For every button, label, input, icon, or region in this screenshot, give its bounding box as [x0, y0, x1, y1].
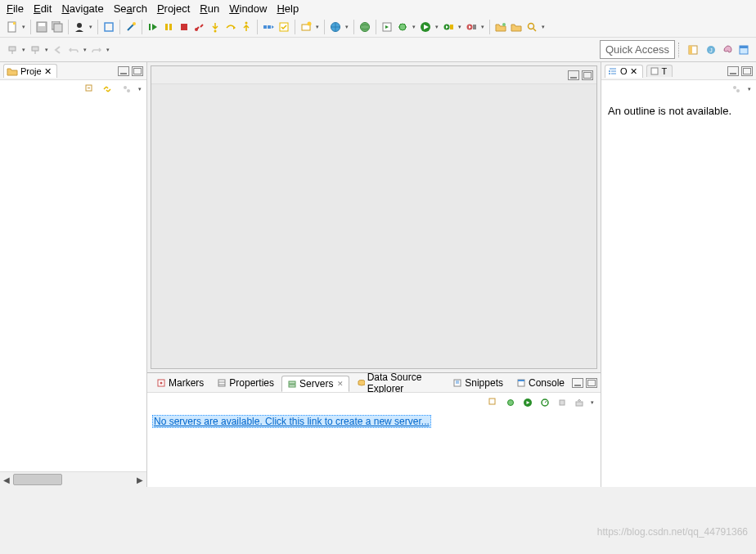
create-server-link[interactable]: No servers are available. Click this lin…: [152, 415, 431, 428]
runlast-icon[interactable]: [441, 20, 456, 34]
menu-file[interactable]: File: [7, 2, 24, 15]
window-icon[interactable]: [736, 43, 751, 57]
menu-window[interactable]: Window: [229, 2, 267, 15]
profile-server-icon[interactable]: [538, 395, 552, 410]
publish-server-icon[interactable]: [572, 395, 587, 410]
outline-maximize-button[interactable]: [741, 66, 753, 76]
menu-navigate[interactable]: Navigate: [61, 2, 103, 15]
globe-icon[interactable]: [358, 20, 372, 34]
stop-icon[interactable]: [177, 20, 191, 34]
newserver-icon[interactable]: [299, 20, 313, 34]
saveall-icon[interactable]: [50, 20, 65, 34]
disconnect-icon[interactable]: [192, 20, 207, 34]
pin-dropdown[interactable]: [20, 43, 27, 57]
runext-icon[interactable]: [464, 20, 479, 34]
runconfig-icon[interactable]: [380, 20, 394, 34]
outline-tab[interactable]: O ✕: [605, 65, 643, 78]
run-dropdown[interactable]: [434, 20, 440, 34]
tasklist-tab[interactable]: T: [646, 65, 673, 77]
menu-search[interactable]: Search: [114, 2, 147, 15]
stop-server-icon[interactable]: [555, 395, 569, 410]
pause-icon[interactable]: [161, 20, 176, 34]
menu-edit[interactable]: Edit: [34, 2, 52, 15]
quick-access-input[interactable]: Quick Access: [600, 40, 675, 59]
view-menu-dropdown[interactable]: [137, 82, 143, 97]
user-icon[interactable]: [72, 20, 87, 34]
browser-icon[interactable]: [328, 20, 343, 34]
tab-servers[interactable]: Servers✕: [281, 376, 349, 392]
build-icon[interactable]: [101, 20, 116, 34]
breadcrumb-icon[interactable]: [261, 20, 276, 34]
tab-console[interactable]: Console: [511, 375, 570, 391]
menu-project[interactable]: Project: [157, 2, 190, 15]
tab-snippets[interactable]: Snippets: [447, 375, 509, 391]
back-icon[interactable]: [51, 43, 65, 57]
runext-dropdown[interactable]: [479, 20, 486, 34]
pin2-dropdown[interactable]: [43, 43, 50, 57]
svg-point-25: [361, 23, 370, 32]
folder-icon[interactable]: [509, 20, 524, 34]
debug-dropdown[interactable]: [411, 20, 417, 34]
stepinto-icon[interactable]: [208, 20, 223, 34]
editor-maximize-button[interactable]: [582, 70, 593, 80]
svg-point-23: [308, 22, 312, 26]
horizontal-scrollbar[interactable]: ◀▶: [0, 471, 146, 487]
palette-icon[interactable]: [720, 43, 735, 57]
tab-markers[interactable]: Markers: [151, 375, 209, 391]
search-icon[interactable]: [524, 20, 539, 34]
newfolder-icon[interactable]: [493, 20, 508, 34]
undo-icon[interactable]: [66, 43, 81, 57]
link-editor-icon[interactable]: [100, 82, 115, 97]
debug-server-icon[interactable]: [503, 395, 518, 410]
wand-icon[interactable]: [124, 20, 138, 34]
perspective-icon[interactable]: [686, 43, 700, 57]
svg-rect-7: [105, 23, 113, 31]
jee-perspective-icon[interactable]: J: [704, 43, 718, 57]
bottom-maximize-button[interactable]: [586, 378, 597, 388]
redo-dropdown[interactable]: [105, 43, 111, 57]
link-editor-icon[interactable]: [486, 395, 501, 410]
svg-point-15: [195, 28, 198, 31]
stepreturn-icon[interactable]: [239, 20, 254, 34]
stepover-icon[interactable]: [223, 20, 238, 34]
close-icon[interactable]: ✕: [630, 66, 637, 77]
run-button-icon[interactable]: [418, 20, 433, 34]
save-icon[interactable]: [34, 20, 49, 34]
focus-icon[interactable]: [729, 82, 744, 97]
tab-properties[interactable]: Properties: [211, 375, 280, 391]
undo-dropdown[interactable]: [82, 43, 88, 57]
editor-minimize-button[interactable]: [568, 70, 579, 80]
resume-icon[interactable]: [146, 20, 160, 34]
editor-blank-area[interactable]: [151, 84, 596, 368]
task-icon[interactable]: [277, 20, 291, 34]
maximize-button[interactable]: [132, 66, 143, 76]
pin2-icon[interactable]: [28, 43, 43, 57]
browser-dropdown[interactable]: [344, 20, 350, 34]
close-icon[interactable]: ✕: [337, 380, 344, 388]
pin-icon[interactable]: [5, 43, 20, 57]
search-dropdown[interactable]: [540, 20, 547, 34]
debug-icon[interactable]: [395, 20, 410, 34]
svg-rect-3: [38, 23, 45, 26]
project-explorer-tab[interactable]: Proje ✕: [3, 64, 57, 78]
outline-minimize-button[interactable]: [727, 66, 739, 76]
focus-icon[interactable]: [119, 82, 134, 97]
menu-help[interactable]: Help: [277, 2, 299, 15]
redo-icon[interactable]: [89, 43, 104, 57]
servers-content: No servers are available. Click this lin…: [147, 412, 601, 487]
minimize-button[interactable]: [118, 66, 129, 76]
new-dropdown[interactable]: [20, 20, 27, 34]
runlast-dropdown[interactable]: [457, 20, 463, 34]
bottom-minimize-button[interactable]: [572, 378, 583, 388]
svg-text:J: J: [709, 47, 713, 53]
menu-run[interactable]: Run: [200, 2, 219, 15]
project-tree[interactable]: [0, 98, 146, 471]
new-icon[interactable]: [5, 20, 20, 34]
servers-view-menu[interactable]: [589, 395, 596, 410]
user-dropdown[interactable]: [88, 20, 94, 34]
close-icon[interactable]: ✕: [44, 66, 52, 77]
outline-view-menu[interactable]: [746, 82, 753, 97]
start-server-icon[interactable]: [520, 395, 535, 410]
collapse-all-icon[interactable]: [83, 82, 97, 97]
newserver-dropdown[interactable]: [314, 20, 321, 34]
